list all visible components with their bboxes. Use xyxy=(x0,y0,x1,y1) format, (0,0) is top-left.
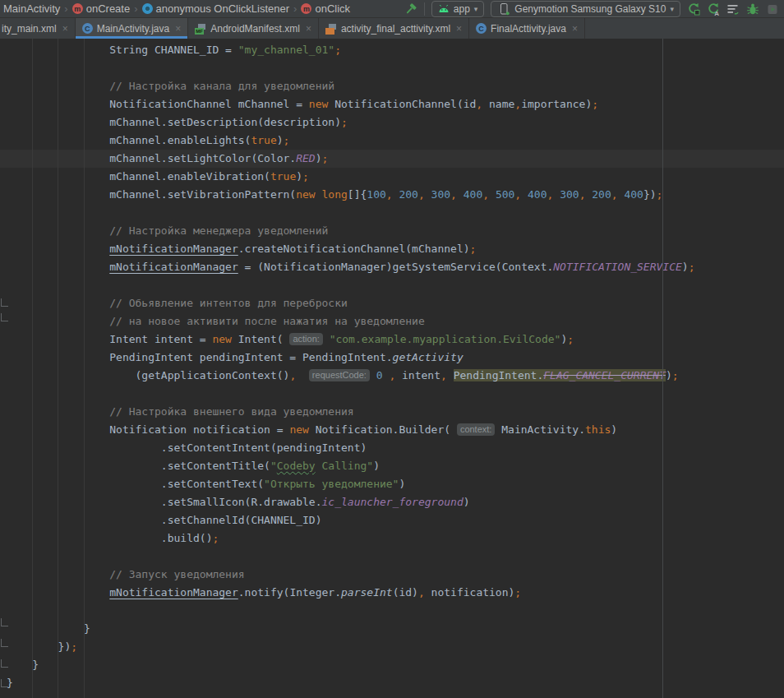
breadcrumb-separator-icon: › xyxy=(293,2,297,15)
code-line: // Запуск уведомления xyxy=(0,566,784,584)
code-line: // Настройка канала для уведомлений xyxy=(0,77,784,95)
code-line: mNotificationManager.notify(Integer.pars… xyxy=(0,584,784,602)
code-line: .setChannelId(CHANNEL_ID) xyxy=(0,511,784,529)
profiler-icon[interactable] xyxy=(726,2,740,16)
code-line: } xyxy=(0,656,784,674)
code-line: .setContentText("Открыть уведомление") xyxy=(0,475,784,493)
code-line: // на новое активити после нажатия на ув… xyxy=(0,312,784,331)
tab-label: FinalActtivity.java xyxy=(491,23,566,35)
code-line: NotificationChannel mChannel = new Notif… xyxy=(0,95,784,113)
editor-tab-bar: ity_main.xml × C MainActivity.java × MF … xyxy=(0,18,784,39)
android-icon xyxy=(438,5,450,13)
tab-activity-main-xml[interactable]: ity_main.xml × xyxy=(0,18,76,39)
code-line: PendingIntent pendingIntent = PendingInt… xyxy=(0,349,784,367)
navigation-bar: MainActivity › m onCreate › anonymous On… xyxy=(0,0,784,18)
chevron-down-icon: ▾ xyxy=(474,5,478,13)
close-icon[interactable]: × xyxy=(572,23,578,35)
tab-androidmanifest-xml[interactable]: MF AndroidManifest.xml × xyxy=(188,18,319,39)
breadcrumb-item-label: onCreate xyxy=(86,2,130,15)
breadcrumb-item-onclick[interactable]: m onClick xyxy=(299,2,352,15)
method-icon: m xyxy=(72,3,83,14)
code-line: .build(); xyxy=(0,529,784,548)
fold-marker[interactable] xyxy=(1,313,8,321)
build-hammer-icon[interactable] xyxy=(404,2,417,16)
code-line: .setContentTitle("Codeby Calling") xyxy=(0,457,784,475)
tab-mainactivity-java[interactable]: C MainActivity.java × xyxy=(76,18,189,39)
code-line: mChannel.enableVibration(true); xyxy=(0,168,784,186)
breadcrumb-item-label: MainActivity xyxy=(3,2,60,15)
device-selector[interactable]: Genymotion Samsung Galaxy S10 ▾ xyxy=(491,1,680,17)
code-line: // Настройка менеджера уведомлений xyxy=(0,222,784,240)
code-line: String CHANNEL_ID = "my_channel_01"; xyxy=(0,41,784,59)
tab-label: AndroidManifest.xml xyxy=(210,23,300,35)
breadcrumb-separator-icon: › xyxy=(63,2,68,15)
apply-code-changes-icon[interactable]: A xyxy=(707,2,720,16)
code-line: .setSmallIcon(R.drawable.ic_launcher_for… xyxy=(0,493,784,511)
breadcrumb-item-oncreate[interactable]: m onCreate xyxy=(71,2,131,15)
breadcrumb-separator-icon: › xyxy=(133,2,138,15)
close-icon[interactable]: × xyxy=(456,23,462,35)
attach-debugger-icon[interactable] xyxy=(766,2,779,16)
code-editor[interactable]: String CHANNEL_ID = "my_channel_01"; // … xyxy=(0,39,784,698)
breadcrumb: MainActivity › m onCreate › anonymous On… xyxy=(2,2,404,15)
code-line: } xyxy=(0,674,784,692)
code-line: mNotificationManager = (NotificationMana… xyxy=(0,258,784,276)
code-lines: String CHANNEL_ID = "my_channel_01"; // … xyxy=(0,39,784,692)
code-line xyxy=(0,602,784,620)
phone-icon xyxy=(497,2,510,16)
breadcrumb-item-label: anonymous OnClickListener xyxy=(156,2,290,15)
close-icon[interactable]: × xyxy=(306,23,311,35)
fold-marker[interactable] xyxy=(1,659,8,668)
breadcrumb-item-label: onClick xyxy=(315,2,350,15)
code-line: }); xyxy=(0,638,784,656)
fold-marker[interactable] xyxy=(1,639,8,647)
java-class-icon: C xyxy=(82,23,93,34)
code-line: .setContentIntent(pendingIntent) xyxy=(0,439,784,457)
code-line xyxy=(0,548,784,566)
toolbar-divider xyxy=(424,2,425,16)
fold-marker[interactable] xyxy=(1,298,8,307)
code-line xyxy=(0,385,784,403)
breadcrumb-item-mainactivity[interactable]: MainActivity xyxy=(2,2,62,15)
svg-text:A: A xyxy=(714,9,719,16)
layout-xml-file-icon xyxy=(325,23,337,35)
code-line: Intent intent = new Intent( action: "com… xyxy=(0,331,784,349)
tab-label: activity_final_acttivity.xml xyxy=(341,23,450,35)
tab-label: ity_main.xml xyxy=(2,23,57,35)
module-selector-label: app xyxy=(454,3,470,15)
code-line-caret: mChannel.setLightColor(Color.RED); xyxy=(0,150,784,168)
tab-finalacttivity-java[interactable]: C FinalActtivity.java × xyxy=(469,18,585,39)
fold-marker[interactable] xyxy=(1,679,8,687)
module-selector[interactable]: app ▾ xyxy=(431,1,485,17)
anonymous-class-icon xyxy=(142,3,153,14)
debug-icon[interactable] xyxy=(746,2,759,16)
code-line: // Настройка внешнего вида уведомления xyxy=(0,403,784,421)
code-line: mChannel.setVibrationPattern(new long[]{… xyxy=(0,186,784,204)
code-line xyxy=(0,59,784,77)
code-line: } xyxy=(0,620,784,638)
code-line xyxy=(0,276,784,294)
manifest-file-icon: MF xyxy=(195,23,206,35)
breadcrumb-item-anonymous-onclicklistener[interactable]: anonymous OnClickListener xyxy=(141,2,292,15)
chevron-down-icon: ▾ xyxy=(670,5,674,13)
code-line: (getApplicationContext(), requestCode: 0… xyxy=(0,367,784,385)
code-line: mChannel.enableLights(true); xyxy=(0,132,784,150)
tab-activity-final-acttivity-xml[interactable]: activity_final_acttivity.xml × xyxy=(319,18,469,39)
close-icon[interactable]: × xyxy=(175,23,181,35)
code-line: mChannel.setDescription(description); xyxy=(0,113,784,132)
method-icon: m xyxy=(301,3,311,14)
tab-label: MainActivity.java xyxy=(97,23,169,35)
apply-changes-icon[interactable] xyxy=(687,2,700,16)
code-line: mNotificationManager.createNotificationC… xyxy=(0,240,784,258)
fold-marker[interactable] xyxy=(1,618,8,626)
code-line: Notification notification = new Notifica… xyxy=(0,421,784,439)
close-icon[interactable]: × xyxy=(62,23,68,35)
java-class-icon: C xyxy=(476,23,487,34)
code-line: // Обьявление интентов для переброски xyxy=(0,294,784,312)
code-line xyxy=(0,204,784,222)
device-selector-label: Genymotion Samsung Galaxy S10 xyxy=(514,3,666,15)
